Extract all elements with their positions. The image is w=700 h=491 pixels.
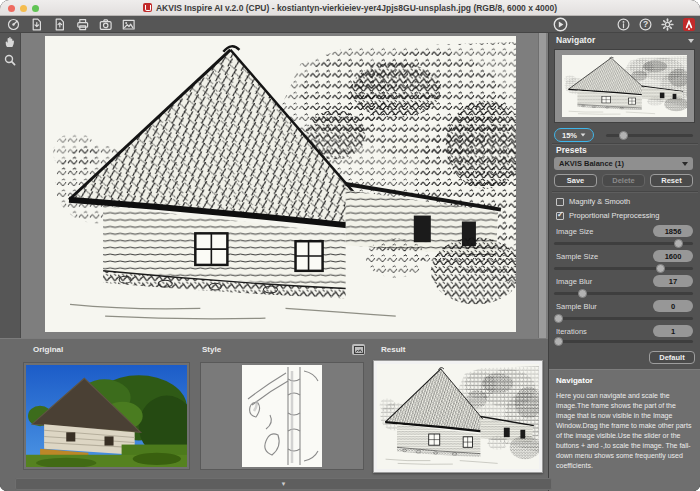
app-logo-icon[interactable]: [6, 17, 20, 31]
save-file-icon[interactable]: [52, 17, 66, 31]
camera-icon[interactable]: [98, 17, 112, 31]
checkbox-row-magnify-smooth: Magnify & Smooth: [556, 196, 696, 207]
hand-tool-icon[interactable]: [0, 33, 20, 51]
preset-buttons: Save Delete Reset: [554, 174, 693, 187]
image-blur-value[interactable]: 17: [653, 275, 693, 287]
iterations-slider-handle[interactable]: [554, 337, 563, 346]
sample-blur-value[interactable]: 0: [653, 300, 693, 312]
open-file-icon[interactable]: [29, 17, 43, 31]
presets-title: Presets: [556, 145, 587, 155]
slider-track[interactable]: [554, 267, 693, 270]
slider-label: Sample Size: [556, 252, 598, 261]
original-label: Original: [33, 345, 63, 354]
slider-track[interactable]: [554, 242, 693, 245]
image-size-value[interactable]: 1856: [653, 225, 693, 237]
default-button[interactable]: Default: [649, 351, 695, 364]
proportional-preprocessing-checkbox[interactable]: [556, 212, 564, 220]
slider-label: Sample Blur: [556, 302, 597, 311]
sample-blur-slider-handle[interactable]: [554, 314, 563, 323]
original-thumbnail[interactable]: [23, 362, 190, 470]
akvis-logo-icon[interactable]: [682, 17, 696, 31]
toolbar: ?: [0, 16, 700, 33]
zoom-dropdown[interactable]: 15%: [554, 128, 594, 142]
sample-size-slider-handle[interactable]: [656, 264, 665, 273]
preset-selected: AKVIS Balance (1): [559, 159, 624, 168]
zoom-value: 15%: [562, 131, 577, 140]
iterations-value[interactable]: 1: [653, 325, 693, 337]
help-icon[interactable]: ?: [638, 17, 652, 31]
zoom-tool-icon[interactable]: [0, 51, 20, 69]
image-blur-slider-handle[interactable]: [578, 289, 587, 298]
slider-group-sample-blur: Sample Blur 0: [554, 300, 693, 324]
tool-sidebar: [0, 33, 21, 338]
style-thumbnail[interactable]: [200, 362, 364, 470]
hints-panel: Navigator Here you can navigate and scal…: [549, 369, 700, 491]
save-button[interactable]: Save: [554, 174, 597, 187]
images-strip: Original Style Result: [0, 338, 548, 491]
slider-label: Image Blur: [556, 277, 592, 286]
svg-text:?: ?: [642, 19, 647, 29]
settings-panel: Navigator 15% Presets AKVIS Balance (1) …: [548, 33, 700, 491]
navigator-header[interactable]: Navigator: [549, 33, 700, 48]
info-icon[interactable]: [616, 17, 630, 31]
result-thumbnail-selected[interactable]: [373, 360, 543, 473]
akvis-titlebar-logo-icon: [143, 3, 152, 12]
vertical-scrollbar[interactable]: [538, 33, 546, 338]
slider-group-image-blur: Image Blur 17: [554, 275, 693, 299]
window-title: AKVIS Inspire AI v.2.0 (CPU) - kostianty…: [156, 3, 557, 13]
checkbox-label: Magnify & Smooth: [569, 197, 630, 206]
slider-label: Image Size: [556, 227, 594, 236]
checkbox-label: Proportional Preprocessing: [569, 211, 659, 220]
settings-gear-icon[interactable]: [660, 17, 674, 31]
zoom-controls: 15%: [554, 128, 695, 142]
style-label: Style: [202, 345, 221, 354]
slider-track[interactable]: [554, 317, 693, 320]
slider-group-image-size: Image Size 1856: [554, 225, 693, 249]
gallery-icon[interactable]: [121, 17, 135, 31]
collapse-arrow-icon: ▼: [281, 481, 287, 487]
toolbar-left-group: [6, 17, 135, 31]
title-wrap: AKVIS Inspire AI v.2.0 (CPU) - kostianty…: [0, 0, 700, 15]
style-gallery-button[interactable]: [352, 344, 365, 355]
titlebar: AKVIS Inspire AI v.2.0 (CPU) - kostianty…: [0, 0, 700, 16]
hints-text: Here you can navigate and scale the imag…: [556, 391, 694, 471]
chevron-down-icon: [581, 133, 586, 136]
preset-dropdown[interactable]: AKVIS Balance (1): [554, 157, 693, 170]
reset-button[interactable]: Reset: [650, 174, 693, 187]
slider-group-iterations: Iterations 1: [554, 325, 693, 345]
result-label: Result: [381, 345, 405, 354]
navigator-thumbnail[interactable]: [554, 49, 695, 123]
slider-track[interactable]: [554, 292, 693, 295]
sample-size-value[interactable]: 1600: [653, 250, 693, 262]
magnify-smooth-checkbox[interactable]: [556, 198, 564, 206]
slider-track[interactable]: [554, 340, 693, 343]
run-button[interactable]: [553, 17, 568, 32]
toolbar-right-group: ?: [616, 17, 696, 31]
image-window[interactable]: [21, 33, 548, 338]
chevron-down-icon: [682, 162, 688, 166]
checkbox-row-proportional-preprocessing: Proportional Preprocessing: [556, 210, 696, 221]
zoom-slider-handle[interactable]: [619, 131, 628, 140]
navigator-title: Navigator: [556, 35, 595, 45]
app-window: AKVIS Inspire AI v.2.0 (CPU) - kostianty…: [0, 0, 700, 491]
chevron-down-icon: [688, 39, 694, 43]
strip-collapse-handle[interactable]: ▼: [15, 478, 552, 490]
image-size-slider-handle[interactable]: [674, 239, 683, 248]
hints-title: Navigator: [556, 376, 694, 385]
result-image-canvas[interactable]: [45, 36, 516, 332]
zoom-slider[interactable]: [606, 130, 693, 141]
slider-group-sample-size: Sample Size 1600: [554, 250, 693, 274]
slider-label: Iterations: [556, 327, 587, 336]
print-icon[interactable]: [75, 17, 89, 31]
delete-button: Delete: [602, 174, 645, 187]
divider: [552, 191, 698, 193]
